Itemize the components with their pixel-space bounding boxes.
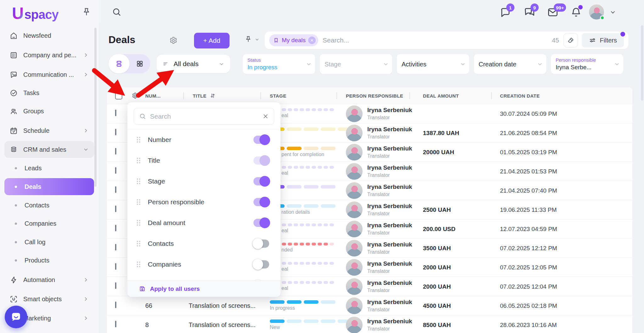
sidebar-item-products[interactable]: Products: [4, 252, 94, 269]
row-checkbox[interactable]: [115, 244, 116, 251]
sidebar-item-newsfeed[interactable]: Newsfeed: [4, 27, 94, 44]
drag-handle-icon[interactable]: [137, 199, 140, 205]
sidebar-item-companies[interactable]: Companies: [4, 215, 94, 232]
column-header-person[interactable]: PERSON RESPONSIBLE: [346, 87, 403, 104]
column-search-field[interactable]: Search: [134, 108, 274, 125]
quick-filter-stage[interactable]: Stage: [320, 54, 392, 74]
sidebar-item-company-and-pe[interactable]: Company and pe...: [4, 47, 94, 64]
global-search-icon[interactable]: [112, 7, 122, 17]
cell-person: Iryna Serbeniuk Translator: [367, 298, 412, 313]
column-visibility-toggle[interactable]: [253, 198, 269, 206]
column-settings-gear-icon[interactable]: [131, 92, 139, 100]
chevron-down-icon: [254, 37, 260, 42]
column-setting-person-responsible[interactable]: Person responsible: [127, 192, 280, 212]
sidebar-item-automation[interactable]: Automation: [4, 271, 94, 288]
column-setting-stage[interactable]: Stage: [127, 171, 280, 192]
row-checkbox[interactable]: [115, 225, 116, 231]
sidebar-item-smart-objects[interactable]: Smart objects: [4, 291, 94, 308]
kanban-view-button[interactable]: [130, 54, 151, 73]
row-checkbox[interactable]: [115, 282, 116, 289]
clear-filters-button[interactable]: [564, 33, 578, 48]
drag-handle-icon[interactable]: [137, 178, 140, 184]
support-chat-button[interactable]: [5, 306, 27, 328]
deals-settings-gear-icon[interactable]: [169, 36, 178, 45]
deals-scope-select[interactable]: All deals: [157, 55, 230, 73]
column-header-title[interactable]: TITLE: [193, 87, 216, 104]
chat-button[interactable]: 1: [499, 6, 511, 18]
sidebar-item-schedule[interactable]: Schedule: [4, 122, 94, 139]
mail-button[interactable]: 99+: [547, 6, 559, 18]
drag-handle-icon[interactable]: [137, 137, 140, 143]
drag-handle-icon[interactable]: [137, 220, 140, 226]
building-icon: [9, 51, 18, 59]
saved-filters-pin-button[interactable]: [244, 35, 260, 44]
person-role: Translator: [367, 192, 412, 197]
row-checkbox[interactable]: [115, 129, 116, 135]
add-deal-button[interactable]: + Add: [194, 33, 230, 48]
row-checkbox[interactable]: [115, 186, 116, 193]
row-checkbox[interactable]: [115, 321, 116, 327]
row-checkbox[interactable]: [115, 110, 116, 116]
column-visibility-toggle[interactable]: [253, 240, 269, 248]
saved-filter-chip[interactable]: My deals: [269, 34, 318, 46]
column-visibility-toggle[interactable]: [253, 260, 269, 268]
notifications-button[interactable]: [570, 6, 582, 18]
cell-deal-amount: 1387.80 UAH: [423, 123, 459, 143]
column-setting-contacts[interactable]: Contacts: [127, 233, 280, 254]
close-icon[interactable]: [262, 113, 269, 120]
quick-filter-status[interactable]: Status In progress: [243, 54, 315, 74]
cell-person: Iryna Serbeniuk Translator: [367, 260, 412, 274]
quick-filter-person-responsible[interactable]: Person responsible Iryna Serbe...: [551, 54, 623, 74]
drag-handle-icon[interactable]: [137, 262, 140, 267]
sidebar-item-communication[interactable]: Communication ...: [4, 66, 94, 83]
sidebar-item-groups[interactable]: Groups: [4, 103, 94, 120]
sidebar-item-call-log[interactable]: Call log: [4, 234, 94, 251]
quick-filter-value: Iryna Serbe...: [556, 63, 613, 72]
column-header-stage[interactable]: STAGE: [270, 87, 286, 104]
row-checkbox[interactable]: [115, 148, 116, 155]
column-header-date[interactable]: CREATION DATE: [500, 87, 540, 104]
apply-to-all-users-button[interactable]: Apply to all users: [127, 280, 280, 297]
chat-phone-icon: [9, 71, 18, 79]
sidebar-item-contacts[interactable]: Contacts: [4, 197, 94, 214]
sidebar-scrollbar[interactable]: [94, 28, 97, 187]
user-avatar[interactable]: [589, 4, 604, 20]
column-setting-deal-amount[interactable]: Deal amount: [127, 212, 280, 233]
sidebar-item-deals[interactable]: Deals: [4, 178, 94, 195]
column-visibility-toggle[interactable]: [253, 136, 269, 144]
row-checkbox[interactable]: [115, 206, 116, 212]
table-row[interactable]: 66 Translation of screens... In progress…: [107, 296, 632, 315]
window-scrollbar[interactable]: [641, 25, 643, 101]
filters-button[interactable]: Filters: [582, 33, 624, 48]
cell-number: 66: [145, 296, 152, 315]
row-checkbox[interactable]: [115, 302, 116, 308]
drag-handle-icon[interactable]: [137, 241, 140, 246]
group-chats-button[interactable]: 9: [524, 6, 536, 18]
table-row[interactable]: 8 Translation of screens... New Iryna Se…: [107, 315, 632, 333]
sidebar-item-tasks[interactable]: Tasks: [4, 84, 94, 101]
search-input[interactable]: Search...: [323, 37, 552, 44]
sidebar-item-crm-and-sales[interactable]: CRM and sales: [4, 141, 94, 158]
column-setting-number[interactable]: Number: [127, 129, 280, 150]
column-setting-row[interactable]: [127, 275, 280, 281]
select-all-checkbox[interactable]: [115, 92, 122, 99]
row-checkbox[interactable]: [115, 263, 116, 270]
column-setting-companies[interactable]: Companies: [127, 254, 280, 275]
view-toggle: [108, 54, 150, 73]
uspacy-logo[interactable]: Uspacy: [12, 5, 58, 22]
list-view-button[interactable]: [108, 54, 130, 73]
column-header-number[interactable]: NUM...: [145, 87, 161, 104]
remove-filter-chip-button[interactable]: [308, 37, 316, 44]
sidebar-pin-icon[interactable]: [81, 7, 92, 18]
sidebar-item-leads[interactable]: Leads: [4, 160, 94, 177]
profile-chevron-down-icon[interactable]: [609, 9, 616, 16]
row-checkbox[interactable]: [115, 167, 116, 174]
column-setting-title[interactable]: Title: [127, 150, 280, 171]
drag-handle-icon[interactable]: [137, 158, 140, 163]
quick-filter-creation-date[interactable]: Creation date: [474, 54, 546, 74]
quick-filter-activities[interactable]: Activities: [397, 54, 469, 74]
column-visibility-toggle[interactable]: [253, 156, 269, 165]
column-visibility-toggle[interactable]: [253, 219, 269, 227]
column-visibility-toggle[interactable]: [253, 177, 269, 185]
column-header-amount[interactable]: DEAL AMOUNT: [423, 87, 459, 104]
